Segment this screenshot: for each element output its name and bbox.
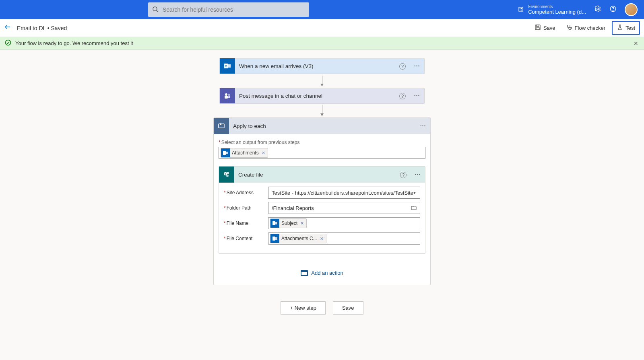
save-button[interactable]: Save [530, 22, 559, 34]
svg-point-20 [228, 94, 230, 96]
teams-icon [220, 88, 235, 103]
svg-line-1 [157, 10, 158, 12]
token-text: Attachments C... [281, 236, 318, 241]
token-text: Subject [281, 220, 298, 226]
chevron-down-icon: ▾ [413, 190, 416, 195]
svg-point-15 [6, 40, 11, 45]
add-action-label: Add an action [311, 270, 343, 276]
svg-rect-17 [228, 64, 231, 68]
site-address-value: TestSite - https://citizenbuilders.share… [272, 190, 413, 196]
token-remove-icon[interactable]: ✕ [260, 150, 267, 156]
attachments-content-token[interactable]: Attachments C... ✕ [270, 234, 326, 243]
subheader: Email to DL • Saved Save Flow checker Te… [0, 19, 644, 37]
svg-point-27 [227, 172, 229, 174]
folder-path-label: *Folder Path [224, 205, 264, 211]
footer-buttons: + New step Save [281, 301, 363, 315]
svg-point-9 [613, 10, 613, 10]
svg-rect-24 [223, 151, 226, 155]
outlook-token-icon [270, 234, 279, 243]
svg-point-0 [153, 7, 157, 11]
breadcrumb: Email to DL • Saved [17, 25, 67, 31]
flow-checker-button[interactable]: Flow checker [562, 22, 610, 34]
close-icon[interactable]: ✕ [634, 40, 638, 47]
add-action-button[interactable]: Add an action [301, 270, 343, 276]
save-button-footer[interactable]: Save [333, 301, 363, 315]
env-name: Competent Learning (d... [528, 9, 586, 15]
svg-point-14 [570, 27, 572, 29]
svg-rect-32 [272, 237, 275, 241]
loop-icon [214, 118, 229, 134]
settings-icon[interactable] [594, 5, 601, 14]
trigger-step-card[interactable]: O When a new email arrives (V3) ? ··· [219, 58, 425, 74]
createfile-header[interactable]: S Create file ? ··· [219, 167, 425, 183]
search-input[interactable] [163, 6, 305, 13]
env-label: Environments [528, 4, 586, 9]
flask-icon [617, 24, 623, 32]
back-arrow-icon[interactable] [4, 23, 11, 33]
test-label: Test [625, 25, 635, 31]
user-avatar[interactable] [625, 3, 638, 16]
stethoscope-icon [566, 24, 572, 32]
help-icon[interactable]: ? [395, 63, 410, 70]
more-icon[interactable]: ··· [411, 171, 425, 178]
attachments-token[interactable]: Attachments ✕ [221, 148, 268, 158]
connector-arrow-icon [322, 105, 322, 116]
token-text: Attachments [232, 150, 260, 156]
token-remove-icon[interactable]: ✕ [318, 236, 325, 241]
svg-point-19 [225, 93, 227, 96]
svg-rect-6 [521, 10, 522, 10]
foreach-step-card: Apply to each ··· *Select an output from… [213, 117, 431, 285]
outlook-token-icon [221, 148, 230, 157]
foreach-input[interactable]: Attachments ✕ [219, 147, 425, 159]
svg-point-7 [597, 8, 599, 10]
environment-picker[interactable]: Environments Competent Learning (d... [518, 4, 586, 15]
svg-rect-33 [275, 237, 277, 240]
add-action-icon [301, 270, 308, 276]
svg-point-28 [226, 175, 229, 177]
test-button[interactable]: Test [612, 21, 640, 35]
foreach-title: Apply to each [229, 123, 416, 129]
svg-rect-25 [226, 152, 228, 154]
more-icon[interactable]: ··· [416, 123, 430, 129]
folder-picker-icon[interactable] [411, 205, 417, 212]
file-content-input[interactable]: Attachments C... ✕ [268, 232, 420, 245]
file-name-label: *File Name [224, 220, 264, 226]
svg-rect-5 [520, 10, 520, 10]
foreach-header[interactable]: Apply to each ··· [214, 118, 430, 134]
teams-step-card[interactable]: Post message in a chat or channel ? ··· [219, 88, 425, 104]
outlook-token-icon [270, 219, 279, 228]
folder-path-input[interactable]: /Financial Reports [268, 202, 420, 214]
connector-arrow-icon [322, 76, 322, 86]
save-label: Save [543, 25, 555, 31]
file-name-input[interactable]: Subject ✕ [268, 217, 420, 229]
trigger-title: When a new email arrives (V3) [235, 63, 395, 69]
svg-text:O: O [225, 64, 227, 68]
flow-canvas: O When a new email arrives (V3) ? ··· Po… [0, 50, 644, 331]
notification-text: Your flow is ready to go. We recommend y… [15, 40, 133, 46]
svg-rect-21 [225, 96, 228, 99]
notification-bar: Your flow is ready to go. We recommend y… [0, 37, 644, 50]
svg-text:S: S [225, 173, 226, 175]
building-icon [518, 6, 524, 13]
site-address-select[interactable]: TestSite - https://citizenbuilders.share… [268, 187, 420, 199]
createfile-step-card: S Create file ? ··· *Site Address TestSi… [219, 166, 425, 254]
svg-rect-22 [228, 96, 230, 98]
file-content-label: *File Content [224, 236, 264, 241]
help-icon[interactable]: ? [396, 171, 411, 178]
help-icon[interactable]: ? [395, 93, 410, 99]
search-box[interactable] [148, 2, 309, 17]
svg-rect-4 [521, 8, 522, 9]
foreach-field-label: *Select an output from previous steps [219, 140, 425, 145]
svg-rect-2 [519, 7, 523, 11]
help-icon[interactable] [609, 5, 617, 14]
checkmark-icon [5, 39, 11, 47]
new-step-button[interactable]: + New step [281, 301, 325, 315]
more-icon[interactable]: ··· [410, 63, 424, 69]
svg-rect-30 [272, 221, 275, 225]
svg-rect-12 [537, 25, 539, 27]
teams-title: Post message in a chat or channel [235, 93, 395, 99]
token-remove-icon[interactable]: ✕ [299, 221, 305, 226]
more-icon[interactable]: ··· [410, 93, 424, 99]
svg-rect-13 [536, 28, 539, 30]
subject-token[interactable]: Subject ✕ [270, 218, 307, 228]
